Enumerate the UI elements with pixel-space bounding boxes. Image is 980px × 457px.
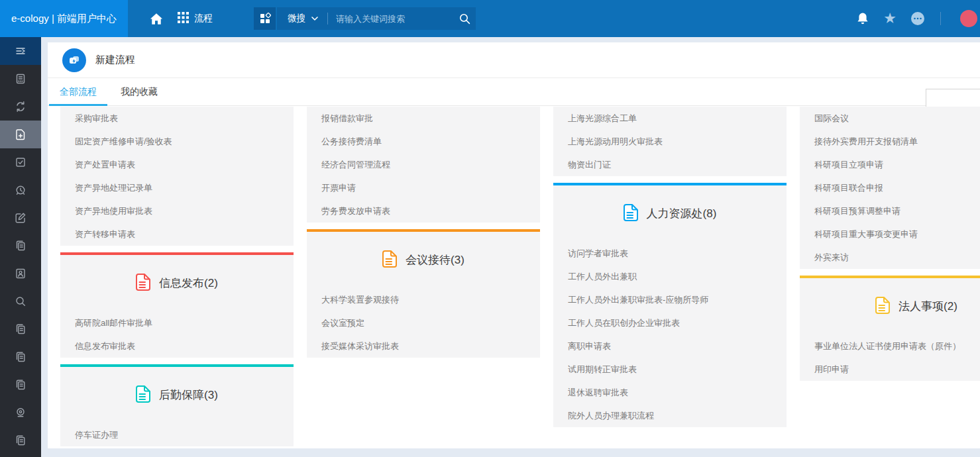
workflow-link[interactable]: 用印申请 bbox=[800, 358, 980, 381]
copy-icon bbox=[15, 351, 27, 363]
workflow-module-icon bbox=[62, 48, 86, 72]
clock-icon bbox=[15, 184, 27, 196]
workflow-link[interactable]: 工作人员外出兼职 bbox=[553, 265, 787, 288]
notification-bell-icon[interactable] bbox=[856, 12, 869, 26]
workflow-link[interactable]: 事业单位法人证书使用申请表（原件） bbox=[800, 334, 980, 358]
workflow-column-2: 报销借款审批公务接待费清单经济合同管理流程开票申请劳务费发放申请表会议接待(3)… bbox=[307, 107, 540, 448]
workflow-link[interactable]: 固定资产维修申请/验收表 bbox=[60, 130, 294, 153]
document-icon bbox=[624, 204, 638, 224]
workflow-link[interactable]: 科研项目重大事项变更申请 bbox=[800, 223, 980, 246]
topbar-search-group: 微搜 bbox=[254, 7, 476, 30]
more-ellipsis-icon[interactable] bbox=[910, 11, 925, 26]
workflow-link[interactable]: 会议室预定 bbox=[307, 311, 540, 334]
document-icon bbox=[875, 297, 890, 317]
category-card: 人力资源处(8)访问学者审批表工作人员外出兼职工作人员外出兼职审批表-应物所导师… bbox=[553, 183, 787, 427]
workflow-link[interactable]: 科研项目联合申报 bbox=[800, 176, 980, 199]
nav-item-flow[interactable]: 流程 bbox=[178, 12, 213, 25]
workflow-link[interactable]: 资产异地使用审批表 bbox=[60, 199, 294, 223]
workflow-link[interactable]: 科研项目立项申请 bbox=[800, 153, 980, 176]
tab-my-favorites[interactable]: 我的收藏 bbox=[109, 78, 170, 106]
keyword-search-input[interactable] bbox=[336, 14, 453, 24]
favorites-star-icon[interactable]: ★ bbox=[883, 11, 897, 26]
id-card-icon bbox=[15, 268, 27, 279]
workflow-link[interactable]: 高研院all邮件审批单 bbox=[60, 311, 294, 334]
workflow-link[interactable]: 采购审批表 bbox=[60, 107, 294, 130]
sidebar-item-sync[interactable] bbox=[0, 93, 41, 121]
sidebar-item-id-card[interactable] bbox=[0, 260, 41, 287]
workflow-columns: 采购审批表固定资产维修申请/验收表资产处置申请表资产异地处理记录单资产异地使用审… bbox=[48, 107, 980, 448]
workflow-link[interactable]: 劳务费发放申请表 bbox=[307, 199, 540, 223]
workflow-link[interactable]: 工作人员在职创办企业审批表 bbox=[553, 311, 787, 334]
workflow-link[interactable]: 科研项目预算调整申请 bbox=[800, 199, 980, 223]
sidebar-item-clock[interactable] bbox=[0, 176, 41, 204]
sidebar-item-copy[interactable] bbox=[0, 315, 41, 343]
apps-icon[interactable] bbox=[254, 7, 276, 30]
search-divider bbox=[327, 13, 328, 25]
workflow-link[interactable]: 资产转移申请表 bbox=[60, 223, 294, 246]
workflow-link[interactable]: 报销借款审批 bbox=[307, 107, 540, 130]
workflow-link[interactable]: 试用期转正审批表 bbox=[553, 358, 787, 381]
workflow-column-3: 上海光源综合工单上海光源动用明火审批表物资出门证人力资源处(8)访问学者审批表工… bbox=[553, 107, 787, 448]
search-icon bbox=[15, 295, 27, 307]
chevron-down-icon bbox=[311, 17, 318, 21]
sidebar-item-copy[interactable] bbox=[0, 232, 41, 260]
workflow-link[interactable]: 外宾来访 bbox=[800, 246, 980, 269]
category-card: 会议接待(3)大科学装置参观接待会议室预定接受媒体采访审批表 bbox=[307, 229, 540, 358]
category-card-partial: 报销借款审批公务接待费清单经济合同管理流程开票申请劳务费发放申请表 bbox=[307, 107, 540, 223]
sidebar-item-edit[interactable] bbox=[0, 204, 41, 232]
copy-icon bbox=[15, 323, 27, 335]
workflow-link[interactable]: 接受媒体采访审批表 bbox=[307, 334, 540, 358]
workflow-link[interactable]: 物资出门证 bbox=[553, 153, 787, 176]
sidebar-item-file-list[interactable] bbox=[0, 65, 41, 93]
category-title: 人力资源处(8) bbox=[647, 206, 717, 221]
brand-logo[interactable]: e-cology | 前端用户中心 bbox=[0, 0, 128, 37]
workflow-link[interactable]: 上海光源综合工单 bbox=[553, 107, 787, 130]
workflow-link[interactable]: 经济合同管理流程 bbox=[307, 153, 540, 176]
category-header[interactable]: 信息发布(2) bbox=[60, 255, 294, 311]
sidebar-item-file-plus[interactable] bbox=[0, 121, 41, 148]
workflow-link[interactable]: 资产异地处理记录单 bbox=[60, 176, 294, 199]
workflow-column-4: 国际会议接待外宾费用开支报销清单科研项目立项申请科研项目联合申报科研项目预算调整… bbox=[800, 107, 980, 448]
workflow-link[interactable]: 上海光源动用明火审批表 bbox=[553, 130, 787, 153]
webcam-icon bbox=[15, 407, 27, 419]
workflow-column-1: 采购审批表固定资产维修申请/验收表资产处置申请表资产异地处理记录单资产异地使用审… bbox=[60, 107, 294, 448]
workflow-link[interactable]: 工作人员外出兼职审批表-应物所导师 bbox=[553, 288, 787, 311]
workflow-link[interactable]: 接待外宾费用开支报销清单 bbox=[800, 130, 980, 153]
workflow-link[interactable]: 公务接待费清单 bbox=[307, 130, 540, 153]
category-header[interactable]: 法人事项(2) bbox=[800, 278, 980, 334]
tab-all-workflows[interactable]: 全部流程 bbox=[48, 78, 109, 106]
workflow-link[interactable]: 开票申请 bbox=[307, 176, 540, 199]
workflow-filter-input[interactable] bbox=[926, 89, 980, 107]
workflow-link[interactable]: 大科学装置参观接待 bbox=[307, 288, 540, 311]
search-icon[interactable] bbox=[453, 13, 476, 25]
sidebar-item-search[interactable] bbox=[0, 287, 41, 315]
category-header[interactable]: 会议接待(3) bbox=[307, 232, 540, 288]
workflow-link[interactable]: 院外人员办理兼职流程 bbox=[553, 404, 787, 427]
workflow-link[interactable]: 访问学者审批表 bbox=[553, 242, 787, 265]
sidebar-item-menu-expand[interactable] bbox=[0, 37, 41, 65]
home-icon[interactable] bbox=[144, 7, 168, 30]
category-card: 法人事项(2)事业单位法人证书使用申请表（原件）用印申请 bbox=[800, 276, 980, 381]
copy-icon bbox=[15, 434, 27, 446]
workflow-link[interactable]: 停车证办理 bbox=[60, 423, 294, 446]
sidebar-item-copy[interactable] bbox=[0, 427, 41, 454]
workflow-link[interactable]: 离职申请表 bbox=[553, 334, 787, 358]
main-panel: 新建流程 全部流程 我的收藏 采购审批表固定资产维修申请/验收表资产处置申请表资… bbox=[48, 42, 980, 448]
category-header[interactable]: 人力资源处(8) bbox=[553, 185, 787, 242]
sidebar-item-copy[interactable] bbox=[0, 371, 41, 399]
sidebar-item-copy[interactable] bbox=[0, 343, 41, 371]
workflow-link[interactable]: 国际会议 bbox=[800, 107, 980, 130]
category-title: 法人事项(2) bbox=[898, 299, 957, 314]
category-title: 会议接待(3) bbox=[406, 252, 464, 268]
workflow-link[interactable]: 资产处置申请表 bbox=[60, 153, 294, 176]
sidebar-item-check-square[interactable] bbox=[0, 148, 41, 176]
category-title: 信息发布(2) bbox=[159, 276, 218, 291]
category-card: 信息发布(2)高研院all邮件审批单信息发布审批表 bbox=[60, 252, 294, 358]
sidebar-item-webcam[interactable] bbox=[0, 399, 41, 427]
workflow-link[interactable]: 信息发布审批表 bbox=[60, 334, 294, 358]
workflow-link[interactable]: 退休返聘审批表 bbox=[553, 381, 787, 404]
category-header[interactable]: 后勤保障(3) bbox=[60, 367, 294, 423]
panel-header: 新建流程 bbox=[48, 42, 980, 78]
wesearch-selector[interactable]: 微搜 bbox=[288, 13, 318, 25]
avatar[interactable] bbox=[960, 10, 977, 27]
